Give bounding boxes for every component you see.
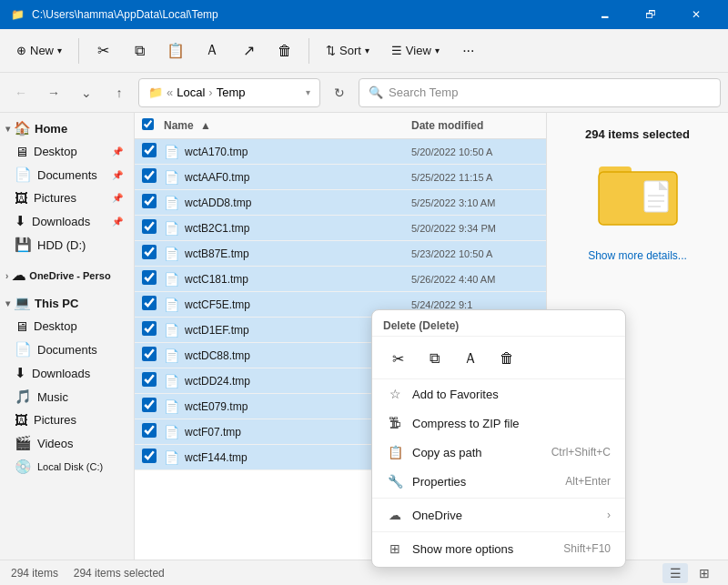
ctx-properties-shortcut: Alt+Enter — [565, 475, 611, 488]
file-name: wctC181.tmp — [185, 273, 411, 286]
sidebar-item-videos[interactable]: 🎬 Videos — [4, 431, 130, 455]
selected-count: 294 items selected — [585, 127, 690, 141]
table-row[interactable]: 📄 wctB87E.tmp 5/23/2022 10:50 A — [135, 241, 546, 267]
table-row[interactable]: 📄 wctADD8.tmp 5/25/2022 3:10 AM — [135, 190, 546, 216]
path-dropdown-icon[interactable]: ▾ — [306, 87, 310, 97]
header-name-col: Name ▲ — [164, 119, 411, 132]
minimize-button[interactable]: 🗕 — [584, 0, 626, 29]
sidebar-item-downloads[interactable]: ⬇ Downloads 📌 — [4, 209, 130, 233]
recent-button[interactable]: ⌄ — [73, 79, 100, 106]
sidebar-hdd-label: HDD (D:) — [37, 238, 86, 252]
file-checkbox[interactable] — [142, 245, 157, 259]
status-count: 294 items — [11, 567, 58, 580]
file-checkbox[interactable] — [142, 194, 157, 208]
file-checkbox[interactable] — [142, 321, 157, 336]
close-button[interactable]: ✕ — [675, 0, 717, 29]
file-checkbox[interactable] — [142, 143, 157, 157]
rename-button[interactable]: Ａ — [196, 35, 228, 67]
sidebar-localdisk-label: Local Disk (C:) — [37, 461, 103, 472]
desktop2-icon: 🖥 — [15, 318, 28, 334]
ctx-more-options-shortcut: Shift+F10 — [563, 542, 611, 555]
sidebar-item-documents[interactable]: 📄 Documents 📌 — [4, 163, 130, 187]
sidebar-item-desktop[interactable]: 🖥 Desktop 📌 — [4, 140, 130, 163]
path-folder-icon: 📁 — [148, 86, 163, 99]
sidebar-desktop2-label: Desktop — [34, 319, 77, 333]
show-details-link[interactable]: Show more details... — [588, 249, 687, 262]
sidebar-item-pictures[interactable]: 🖼 Pictures 📌 — [4, 187, 130, 209]
forward-button[interactable]: → — [40, 79, 67, 106]
ctx-add-favorites-item[interactable]: ☆ Add to Favorites — [372, 379, 625, 408]
file-checkbox[interactable] — [142, 270, 157, 285]
sidebar-pictures2-label: Pictures — [34, 413, 76, 427]
file-icon: 📄 — [164, 145, 179, 159]
table-row[interactable]: 📄 wctC181.tmp 5/26/2022 4:40 AM — [135, 267, 546, 292]
sidebar-downloads2-label: Downloads — [32, 367, 90, 380]
view-button[interactable]: ☰ View ▾ — [382, 38, 449, 63]
refresh-button[interactable]: ↻ — [326, 79, 353, 106]
desktop-pin-icon: 📌 — [112, 146, 123, 156]
sidebar-section-home[interactable]: ▾ 🏠 Home — [0, 116, 134, 140]
ctx-copy-button[interactable]: ⧉ — [420, 344, 449, 373]
ctx-trash-button[interactable]: 🗑 — [492, 344, 521, 373]
file-checkbox[interactable] — [142, 347, 157, 361]
sidebar-item-pictures2[interactable]: 🖼 Pictures — [4, 408, 130, 431]
file-checkbox[interactable] — [142, 296, 157, 310]
ctx-onedrive-item[interactable]: ☁ OneDrive › — [372, 500, 625, 530]
file-date: 5/26/2022 4:40 AM — [411, 274, 539, 285]
new-button[interactable]: ⊕ New ▾ — [7, 38, 71, 63]
header-date-col: Date modified — [411, 119, 539, 132]
file-checkbox[interactable] — [142, 168, 157, 183]
details-view-button[interactable]: ☰ — [662, 563, 688, 583]
sort-button[interactable]: ⇅ Sort ▾ — [317, 38, 379, 63]
sidebar-item-downloads2[interactable]: ⬇ Downloads — [4, 361, 130, 385]
ctx-cut-button[interactable]: ✂ — [383, 344, 412, 373]
ctx-icons-row: ✂ ⧉ Ａ 🗑 — [372, 338, 625, 379]
file-checkbox[interactable] — [142, 219, 157, 234]
view-icon: ☰ — [391, 44, 402, 57]
table-row[interactable]: 📄 wctAAF0.tmp 5/25/2022 11:15 A — [135, 165, 546, 190]
sidebar-item-desktop2[interactable]: 🖥 Desktop — [4, 315, 130, 338]
more-button[interactable]: ··· — [452, 35, 485, 67]
copy-button[interactable]: ⧉ — [123, 35, 156, 67]
sidebar-section-thispc[interactable]: ▾ 💻 This PC — [0, 291, 134, 315]
table-row[interactable]: 📄 wctA170.tmp 5/20/2022 10:50 A — [135, 139, 546, 165]
sidebar-section-onedrive[interactable]: › ☁ OneDrive - Perso — [0, 264, 134, 287]
table-row[interactable]: 📄 wctB2C1.tmp 5/20/2022 9:34 PM — [135, 216, 546, 241]
sidebar-pictures-label: Pictures — [34, 191, 76, 205]
paste-button[interactable]: 📋 — [159, 35, 192, 67]
up-button[interactable]: ↑ — [106, 79, 133, 106]
ctx-rename-button[interactable]: Ａ — [456, 344, 485, 373]
file-list-header: Name ▲ Date modified — [135, 113, 546, 139]
back-button[interactable]: ← — [7, 79, 35, 106]
maximize-button[interactable]: 🗗 — [630, 0, 672, 29]
folder-icon: 📁 — [11, 8, 25, 21]
file-checkbox[interactable] — [142, 372, 157, 387]
ctx-divider — [372, 498, 625, 499]
ctx-properties-item[interactable]: 🔧 Properties Alt+Enter — [372, 467, 625, 496]
file-icon: 📄 — [164, 298, 179, 312]
file-checkbox[interactable] — [142, 398, 157, 412]
sidebar-item-music[interactable]: 🎵 Music — [4, 385, 130, 408]
ctx-compress-item[interactable]: 🗜 Compress to ZIP file — [372, 408, 625, 438]
home-icon: 🏠 — [14, 120, 31, 136]
sidebar-item-documents2[interactable]: 📄 Documents — [4, 338, 130, 361]
ctx-more-options-item[interactable]: ⊞ Show more options Shift+F10 — [372, 534, 625, 563]
select-all-checkbox[interactable] — [142, 118, 154, 130]
file-checkbox[interactable] — [142, 423, 157, 438]
file-name: wctB2C1.tmp — [185, 222, 411, 235]
sidebar-desktop-label: Desktop — [34, 145, 77, 158]
search-box[interactable]: 🔍 Search Temp — [359, 78, 721, 107]
delete-button[interactable]: 🗑 — [268, 35, 301, 67]
pictures-pin-icon: 📌 — [112, 193, 123, 203]
sidebar-home-label: Home — [35, 122, 67, 136]
ctx-copy-path-item[interactable]: 📋 Copy as path Ctrl+Shift+C — [372, 438, 625, 467]
pictures-icon: 🖼 — [15, 190, 28, 206]
share-button[interactable]: ↗ — [232, 35, 265, 67]
sort-label: Sort — [339, 44, 361, 57]
sidebar-item-localdisk[interactable]: 💿 Local Disk (C:) — [4, 455, 130, 479]
cut-button[interactable]: ✂ — [86, 35, 119, 67]
sidebar-item-hdd[interactable]: 💾 HDD (D:) — [4, 233, 130, 257]
address-path-box[interactable]: 📁 « Local › Temp ▾ — [138, 78, 320, 107]
tiles-view-button[interactable]: ⊞ — [692, 563, 717, 583]
file-checkbox[interactable] — [142, 449, 157, 463]
